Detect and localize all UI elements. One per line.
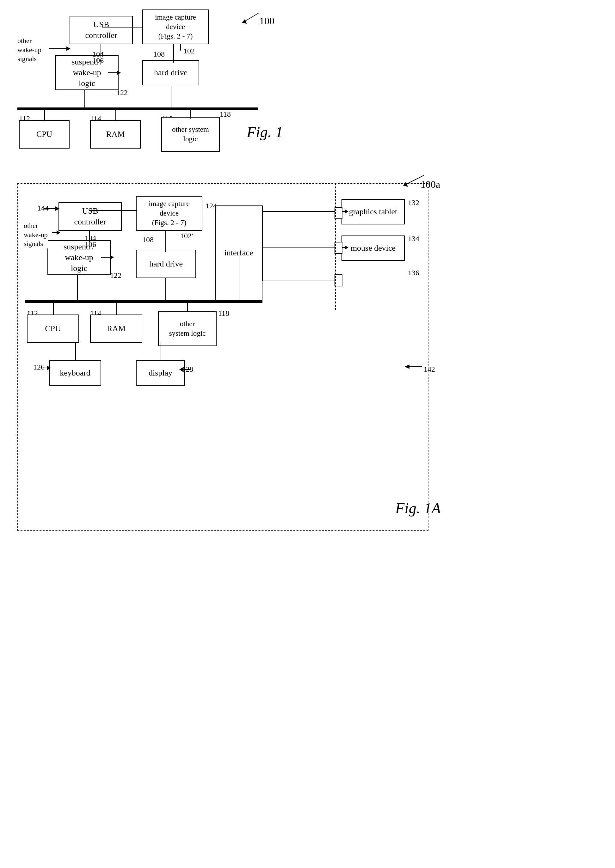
ref-126-arrow bbox=[39, 365, 51, 371]
fig1-label: Fig. 1 bbox=[247, 123, 283, 141]
svg-marker-13 bbox=[55, 206, 59, 211]
image-capture-device-box-fig1a: image capture device (Figs. 2 - 7) bbox=[136, 196, 202, 231]
image-capture-device-box-fig1: image capture device (Figs. 2 - 7) bbox=[142, 9, 209, 44]
keyboard-box-fig1a: keyboard bbox=[49, 360, 101, 386]
other-system-logic-box-fig1: other system logic bbox=[161, 117, 220, 152]
ref-102-fig1: 102 bbox=[183, 47, 195, 55]
cpu-box-fig1: CPU bbox=[19, 120, 70, 148]
swl-arrow-fig1 bbox=[108, 69, 121, 76]
other-wakeup-label-fig1a: other wake-up signals bbox=[24, 221, 48, 248]
svg-line-0 bbox=[244, 12, 259, 22]
ref-142-fig1a: 142 bbox=[424, 365, 435, 374]
ref-134-fig1a: 134 bbox=[408, 235, 419, 243]
svg-marker-1 bbox=[242, 19, 247, 24]
gt-arrow bbox=[342, 209, 348, 214]
graphics-tablet-box-fig1a: graphics tablet bbox=[342, 199, 405, 224]
ref-132-fig1a: 132 bbox=[408, 198, 419, 207]
svg-marker-21 bbox=[179, 367, 183, 372]
usb-controller-box-fig1: USB controller bbox=[70, 16, 133, 44]
other-wakeup-label-fig1: other wake-up signals bbox=[17, 36, 41, 64]
bus-line-fig1 bbox=[17, 108, 258, 110]
wakeup-arrow-fig1a bbox=[52, 230, 60, 235]
ref-102p-fig1a: 102' bbox=[180, 232, 193, 240]
display-box-fig1a: display bbox=[136, 360, 185, 386]
svg-marker-23 bbox=[405, 365, 409, 369]
other-system-logic-box-fig1a: other system logic bbox=[158, 312, 217, 346]
ref-106-fig1: 106 bbox=[92, 56, 104, 65]
hard-drive-box-fig1: hard drive bbox=[142, 60, 199, 85]
ref-100-arrow bbox=[231, 9, 265, 28]
page: 100 USB controller image capture device … bbox=[0, 0, 615, 868]
ref-124-fig1a: 124 bbox=[206, 202, 217, 210]
cpu-box-fig1a: CPU bbox=[27, 315, 79, 343]
ref-142-arrow bbox=[405, 363, 425, 370]
wakeup-arrow-fig1 bbox=[49, 46, 71, 51]
usb-controller-box-fig1a: USB controller bbox=[58, 202, 122, 231]
svg-marker-5 bbox=[66, 47, 70, 51]
ref-108-fig1: 108 bbox=[153, 50, 165, 58]
ref-106-fig1a: 106 bbox=[85, 240, 96, 249]
ref-122-fig1: 122 bbox=[116, 89, 128, 97]
ref-128-arrow bbox=[179, 367, 191, 372]
ref-118-fig1a: 118 bbox=[218, 309, 229, 318]
svg-marker-9 bbox=[110, 255, 114, 260]
fig1a-label: Fig. 1A bbox=[395, 499, 441, 517]
svg-marker-11 bbox=[56, 231, 60, 235]
ref-144-arrow-fig1a bbox=[44, 206, 60, 212]
svg-marker-17 bbox=[345, 245, 348, 250]
ref-122-fig1a: 122 bbox=[110, 271, 122, 280]
ref-136-fig1a: 136 bbox=[408, 269, 419, 277]
svg-marker-19 bbox=[47, 366, 51, 370]
ref-118-fig1: 118 bbox=[220, 110, 231, 118]
svg-marker-15 bbox=[345, 209, 348, 213]
hard-drive-box-fig1a: hard drive bbox=[136, 250, 196, 278]
swl-arrow-fig1a bbox=[101, 254, 114, 261]
mouse-device-box-fig1a: mouse device bbox=[342, 235, 405, 261]
ram-box-fig1: RAM bbox=[90, 120, 141, 148]
ref-108-fig1a: 108 bbox=[142, 235, 154, 244]
ram-box-fig1a: RAM bbox=[90, 315, 142, 343]
svg-marker-3 bbox=[117, 70, 121, 75]
md-arrow bbox=[342, 245, 348, 250]
